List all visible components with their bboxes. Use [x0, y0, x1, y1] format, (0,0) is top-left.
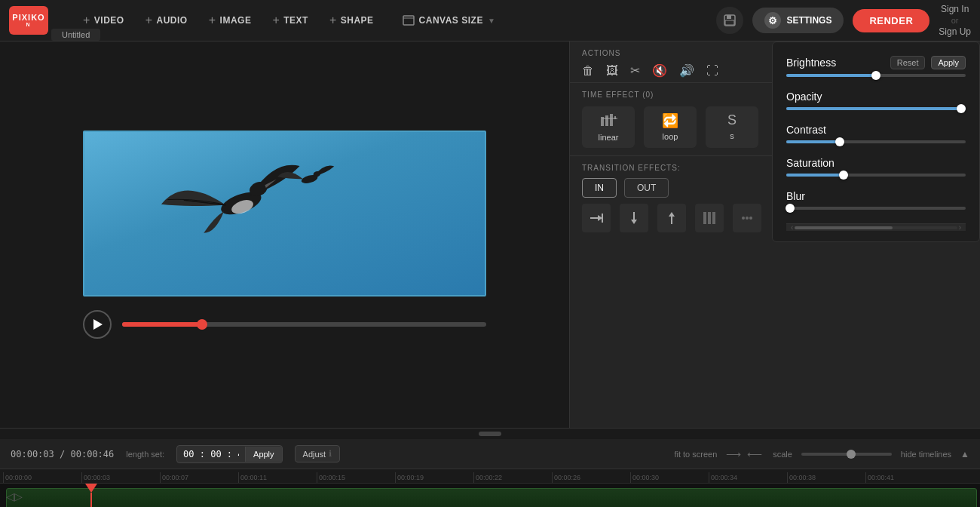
brightness-reset-button[interactable]: Reset: [890, 56, 926, 69]
nav-shape[interactable]: + SHAPE: [320, 9, 383, 32]
volume-icon[interactable]: 🔊: [679, 63, 694, 78]
adjust-button[interactable]: Adjust ℹ: [295, 445, 341, 462]
fit-screen-label[interactable]: fit to screen: [674, 450, 717, 459]
svg-point-23: [749, 217, 752, 220]
transition-icon-3[interactable]: [695, 204, 724, 232]
drag-handle[interactable]: [0, 429, 980, 439]
brightness-controls: Reset Apply: [890, 56, 966, 69]
plus-icon: +: [83, 14, 90, 27]
sign-in-link[interactable]: Sign In: [941, 4, 969, 14]
blur-row: Blur: [786, 190, 966, 210]
svg-point-21: [742, 217, 745, 220]
fit-arrows-icon: ⟶ ⟵: [726, 448, 764, 460]
speed-icon: S: [727, 112, 737, 128]
sign-up-link[interactable]: Sign Up: [939, 26, 971, 37]
scroll-left-arrow[interactable]: ‹: [789, 223, 795, 232]
canvas-size-button[interactable]: CANVAS SIZE ▼: [392, 11, 507, 30]
svg-rect-12: [610, 114, 613, 126]
ruler-tick-8: 00:00:30: [630, 472, 709, 483]
settings-button[interactable]: ⚙ SETTINGS: [752, 8, 844, 33]
mute-icon[interactable]: 🔇: [652, 63, 667, 78]
chevron-down-icon: ▼: [488, 17, 495, 25]
ruler-tick-3: 00:00:11: [238, 472, 317, 483]
opacity-thumb: [957, 104, 966, 113]
svg-rect-18: [703, 212, 706, 224]
svg-rect-0: [403, 16, 414, 25]
project-name[interactable]: Untitled: [51, 29, 100, 41]
progress-bar[interactable]: [122, 322, 486, 327]
right-panel: ACTIONS 🗑 🖼 ✂ 🔇 🔊 ⛶ TIME EFFECT (0): [569, 41, 980, 428]
contrast-row: Contrast: [786, 124, 966, 143]
opacity-slider[interactable]: [786, 107, 966, 110]
saturation-slider[interactable]: [786, 174, 966, 177]
apply-length-button[interactable]: Apply: [245, 447, 282, 462]
effect-speed[interactable]: S s: [706, 106, 758, 148]
logo-text: PIXIKO: [12, 13, 44, 22]
settings-label: SETTINGS: [786, 15, 831, 26]
info-icon: ℹ: [329, 449, 332, 459]
contrast-thumb: [835, 137, 844, 146]
play-icon: [93, 319, 103, 330]
transition-icon-0[interactable]: [582, 204, 611, 232]
nav-image[interactable]: + IMAGE: [200, 9, 261, 32]
nav-text-label: TEXT: [283, 15, 308, 26]
transition-in-button[interactable]: IN: [582, 178, 617, 198]
video-content: [130, 155, 341, 275]
ruler-tick-9: 00:00:34: [709, 472, 787, 483]
transition-icon-2[interactable]: [657, 204, 686, 232]
hide-timelines-button[interactable]: hide timelines: [901, 450, 951, 459]
main-area: ACTIONS 🗑 🖼 ✂ 🔇 🔊 ⛶ TIME EFFECT (0): [0, 41, 980, 428]
timeline-tools: ◁▷: [0, 487, 29, 505]
slide-up-icon: [664, 210, 679, 226]
canvas-size-label: CANVAS SIZE: [419, 15, 483, 26]
length-input-group: Apply: [176, 445, 283, 463]
plus-icon: +: [329, 14, 337, 27]
fullscreen-icon[interactable]: ⛶: [706, 64, 718, 78]
ruler-tick-1: 00:00:03: [81, 472, 160, 483]
saturation-thumb: [839, 171, 848, 180]
scroll-track[interactable]: [795, 226, 957, 229]
track-clip[interactable]: [6, 488, 977, 508]
timeline-tool-icon[interactable]: ◁▷: [6, 490, 23, 502]
effects-panel: Brightness Reset Apply Opacity: [772, 41, 980, 242]
scale-slider[interactable]: [801, 453, 892, 456]
effect-loop[interactable]: 🔁 loop: [644, 106, 697, 148]
brightness-label: Brightness: [786, 57, 836, 69]
effect-linear[interactable]: linear: [582, 106, 635, 148]
transition-icon-4[interactable]: [733, 204, 761, 232]
render-button[interactable]: RENDER: [853, 9, 929, 32]
svg-rect-3: [727, 15, 731, 19]
blur-slider[interactable]: [786, 207, 966, 210]
nav-audio[interactable]: + AUDIO: [136, 9, 197, 32]
more-icon: [740, 210, 755, 226]
transition-out-button[interactable]: OUT: [624, 178, 669, 198]
cut-icon[interactable]: ✂: [630, 63, 640, 78]
transition-icon-1[interactable]: [620, 204, 648, 232]
panel-scrollbar[interactable]: ‹ ›: [786, 223, 966, 231]
play-button[interactable]: [83, 310, 112, 339]
duplicate-icon[interactable]: 🖼: [606, 64, 618, 78]
nav-audio-label: AUDIO: [157, 15, 188, 26]
nav-image-label: IMAGE: [220, 15, 252, 26]
chevron-up-icon: ▲: [960, 449, 969, 459]
play-controls: [83, 310, 486, 339]
svg-rect-4: [725, 20, 734, 25]
track-row: [0, 483, 980, 507]
contrast-slider[interactable]: [786, 140, 966, 143]
brightness-slider[interactable]: [786, 74, 966, 77]
delete-icon[interactable]: 🗑: [582, 64, 594, 78]
timeline-area: 00:00:03 / 00:00:46 length set: Apply Ad…: [0, 428, 980, 507]
timeline-track-area: 00:00:00 00:00:03 00:00:07 00:00:11 00:0…: [0, 469, 980, 507]
brightness-apply-button[interactable]: Apply: [931, 56, 966, 69]
ruler-tick-6: 00:00:22: [473, 472, 552, 483]
length-input[interactable]: [177, 446, 245, 462]
current-time-display: 00:00:03 / 00:00:46: [11, 449, 114, 459]
save-button[interactable]: [716, 7, 743, 34]
contrast-fill: [786, 140, 840, 143]
nav-right: ⚙ SETTINGS RENDER Sign In or Sign Up: [716, 4, 971, 37]
nav-text[interactable]: + TEXT: [263, 9, 317, 32]
scroll-right-arrow[interactable]: ›: [957, 223, 963, 232]
blur-header: Blur: [786, 190, 966, 202]
nav-video-label: VIDEO: [94, 15, 124, 26]
adjust-label: Adjust: [303, 450, 326, 459]
